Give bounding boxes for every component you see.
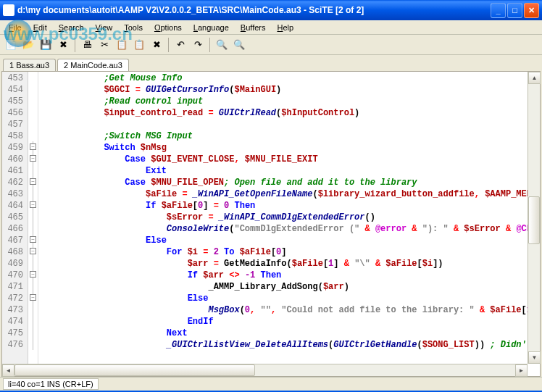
fold-margin[interactable]: −−−−−−−− <box>28 72 38 376</box>
line-number-gutter: 4534544554564574584594604614624634644654… <box>2 72 28 376</box>
tab-bar: 1 Bass.au32 MainCode.au3 <box>0 55 542 71</box>
titlebar: d:\my documents\autoit\AAMP V2\V2.0.0.2_… <box>0 0 542 20</box>
scroll-left-icon[interactable]: ◄ <box>2 364 14 377</box>
fold-toggle[interactable]: − <box>30 143 36 150</box>
close-button[interactable]: ✕ <box>524 3 539 18</box>
app-icon <box>3 4 14 16</box>
toolbar: 📄📂💾✖🖶✂📋📋✖↶↷🔍🔍 <box>0 35 542 55</box>
menu-options[interactable]: Options <box>149 22 188 33</box>
code-line[interactable]: Switch $nMsg <box>41 142 537 154</box>
new-icon[interactable]: 📄 <box>3 37 19 53</box>
fold-toggle[interactable]: − <box>30 248 36 254</box>
vertical-scrollbar[interactable]: ▲ ▼ <box>528 72 540 364</box>
code-line[interactable]: ;Read control input <box>41 96 537 107</box>
code-line[interactable]: MsgBox(0, "", "Could not add file to the… <box>41 304 537 316</box>
scroll-up-icon[interactable]: ▲ <box>528 72 541 84</box>
code-area[interactable]: ;Get Mouse Info $GGCI = GUIGetCursorInfo… <box>38 72 540 376</box>
menu-tools[interactable]: Tools <box>118 22 149 33</box>
scroll-right-icon[interactable]: ► <box>515 364 528 377</box>
code-line[interactable]: $aFile = _WinAPI_GetOpenFileName($librar… <box>41 188 537 200</box>
code-line[interactable]: Exit <box>41 165 537 177</box>
find-icon[interactable]: 🔍 <box>214 37 230 53</box>
tab-1-bass-au3[interactable]: 1 Bass.au3 <box>3 59 56 71</box>
menu-language[interactable]: Language <box>188 22 235 33</box>
code-line[interactable] <box>41 119 537 130</box>
code-line[interactable]: $arr = GetMediaInfo($aFile[1] & "\" & $a… <box>41 258 537 270</box>
fold-toggle[interactable]: − <box>30 201 36 208</box>
tab-2-maincode-au3[interactable]: 2 MainCode.au3 <box>57 59 129 71</box>
menu-view[interactable]: View <box>90 22 119 33</box>
code-line[interactable]: ;Get Mouse Info <box>41 72 537 84</box>
editor[interactable]: 4534544554564574584594604614624634644654… <box>1 71 541 377</box>
print-icon[interactable]: 🖶 <box>79 37 95 53</box>
cut-icon[interactable]: ✂ <box>96 37 112 53</box>
code-line[interactable]: If $aFile[0] = 0 Then <box>41 200 537 212</box>
maximize-button[interactable]: □ <box>507 3 522 18</box>
code-line[interactable]: Else <box>41 235 537 246</box>
menu-help[interactable]: Help <box>271 22 299 33</box>
delete-icon[interactable]: ✖ <box>149 37 164 53</box>
fold-toggle[interactable]: − <box>30 178 36 185</box>
code-line[interactable]: $GGCI = GUIGetCursorInfo($MainGUI) <box>41 84 537 96</box>
fold-toggle[interactable]: − <box>30 294 36 301</box>
scroll-down-icon[interactable]: ▼ <box>528 351 541 364</box>
code-line[interactable]: ConsoleWrite("CommDlgExtendedError (" & … <box>41 223 537 235</box>
fold-toggle[interactable]: − <box>30 155 36 162</box>
code-line[interactable]: Next <box>41 328 537 339</box>
close-icon[interactable]: ✖ <box>55 37 71 53</box>
menu-buffers[interactable]: Buffers <box>235 22 272 33</box>
copy-icon[interactable]: 📋 <box>114 37 130 53</box>
menu-file[interactable]: File <box>3 22 28 33</box>
code-line[interactable]: _GUICtrlListView_DeleteAllItems(GUICtrlG… <box>41 339 537 351</box>
open-icon[interactable]: 📂 <box>20 37 36 53</box>
undo-icon[interactable]: ↶ <box>172 37 188 53</box>
code-line[interactable]: ;Switch MSG Input <box>41 130 537 142</box>
code-line[interactable]: Case $GUI_EVENT_CLOSE, $MNU_FILE_EXIT <box>41 154 537 165</box>
code-line[interactable]: Case $MNU_FILE_OPEN; Open file and add i… <box>41 177 537 188</box>
horizontal-scrollbar[interactable]: ◄ ► <box>2 364 528 376</box>
status-position: li=40 co=1 INS (CR+LF) <box>3 378 99 390</box>
code-line[interactable]: Else <box>41 293 537 304</box>
paste-icon[interactable]: 📋 <box>131 37 147 53</box>
code-line[interactable]: $sError = _WinAPI_CommDlgExtendedError() <box>41 212 537 223</box>
code-line[interactable]: EndIf <box>41 316 537 328</box>
replace-icon[interactable]: 🔍 <box>231 37 247 53</box>
fold-toggle[interactable]: − <box>30 271 36 278</box>
code-line[interactable]: For $i = 2 To $aFile[0] <box>41 246 537 258</box>
redo-icon[interactable]: ↷ <box>190 37 206 53</box>
code-line[interactable]: $input_control_read = GUICtrlRead($hInpu… <box>41 107 537 119</box>
code-line[interactable]: If $arr <> -1 Then <box>41 270 537 281</box>
menu-search[interactable]: Search <box>53 22 90 33</box>
window-title: d:\my documents\autoit\AAMP V2\V2.0.0.2_… <box>17 5 491 15</box>
code-line[interactable]: _AMMP_Library_AddSong($arr) <box>41 281 537 293</box>
menu-edit[interactable]: Edit <box>28 22 53 33</box>
statusbar: li=40 co=1 INS (CR+LF) <box>0 377 542 391</box>
minimize-button[interactable]: _ <box>491 3 506 18</box>
save-icon[interactable]: 💾 <box>38 37 54 53</box>
fold-toggle[interactable]: − <box>30 236 36 243</box>
menubar: FileEditSearchViewToolsOptionsLanguageBu… <box>0 20 542 35</box>
